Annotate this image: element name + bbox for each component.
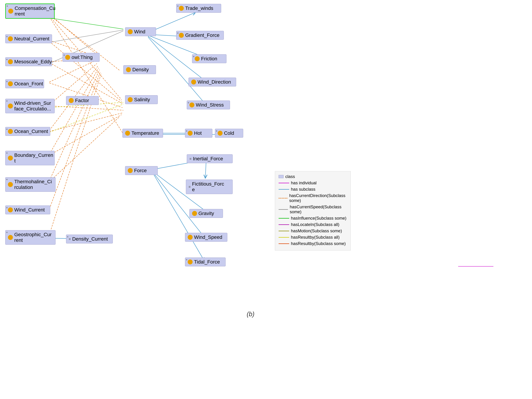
node-wind-current[interactable]: + Wind_Current xyxy=(5,205,50,214)
node-label: Salinity xyxy=(134,97,150,103)
node-ocean-front[interactable]: + Ocean_Front xyxy=(5,79,44,88)
node-dot xyxy=(195,56,200,61)
legend-item-class: class xyxy=(279,174,347,179)
node-friction[interactable]: + Friction xyxy=(192,54,227,63)
node-dot xyxy=(188,235,193,240)
legend-label-resultby-all: hasResultby(Subclass all) xyxy=(291,235,340,240)
node-owl-thing[interactable]: + owl:Thing xyxy=(63,53,100,62)
node-dot xyxy=(128,168,133,173)
svg-line-21 xyxy=(49,60,97,82)
svg-line-16 xyxy=(49,17,123,134)
node-wind-driven[interactable]: + Wind-driven_Surface_Circulatio... xyxy=(5,99,55,113)
node-label: Ocean_Current xyxy=(14,129,48,134)
node-dot xyxy=(218,131,222,136)
plus-icon: + xyxy=(6,35,8,38)
node-neutral-current[interactable]: + Neutral_Current xyxy=(5,34,52,43)
node-label: Compensation_Cu rrent xyxy=(15,6,56,17)
node-label: Fictitious_Force xyxy=(192,181,224,192)
plus-icon: + xyxy=(193,55,195,58)
node-label: Gravity xyxy=(198,211,214,216)
node-boundary-current[interactable]: + Boundary_Current xyxy=(5,151,55,165)
node-dot xyxy=(8,235,13,240)
legend-line-current-direction xyxy=(279,198,287,198)
node-geostrophic[interactable]: + Geostrophic_Current xyxy=(5,230,56,245)
node-label: Hot xyxy=(194,130,202,136)
node-dot xyxy=(179,6,184,11)
node-dot xyxy=(8,36,13,41)
node-dot xyxy=(8,129,13,134)
node-gravity[interactable]: Gravity xyxy=(190,209,223,218)
node-dot xyxy=(8,9,13,13)
legend-item-has-motion: hasMotion(Subclass some) xyxy=(279,229,347,233)
node-compensation-current[interactable]: + Compensation_Cu rrent xyxy=(5,4,55,19)
node-dot xyxy=(179,33,184,38)
node-label: Ocean_Front xyxy=(14,81,43,87)
legend-item-has-resultby-all: hasResultby(Subclass all) xyxy=(279,235,347,240)
node-dot xyxy=(190,103,194,107)
node-label: Geostrophic_Current xyxy=(14,232,52,243)
legend-line-resultby-some xyxy=(279,243,289,244)
node-label: Friction xyxy=(201,56,217,62)
node-dot xyxy=(188,260,193,264)
legend-item-has-current-speed: hasCurrentSpeed(Subclass some) xyxy=(279,204,347,214)
node-trade-winds[interactable]: + Trade_winds xyxy=(176,4,221,13)
node-force[interactable]: Force xyxy=(125,166,158,175)
plus-icon: + xyxy=(188,101,190,105)
node-cold[interactable]: + Cold xyxy=(215,129,243,137)
svg-line-13 xyxy=(49,14,97,55)
node-ocean-current[interactable]: + Ocean_Current xyxy=(5,127,50,136)
node-inertial-force[interactable]: ≡ Inertial_Force xyxy=(187,154,233,163)
node-label: Density xyxy=(132,67,149,72)
node-dot xyxy=(8,104,13,109)
plus-icon: + xyxy=(6,58,8,61)
node-label: Trade_winds xyxy=(185,6,213,11)
node-hot[interactable]: + Hot xyxy=(185,129,212,137)
svg-line-27 xyxy=(49,68,99,154)
node-dot xyxy=(8,207,13,212)
legend-item-has-current-direction: hasCurrentDirection(Subclass some) xyxy=(279,193,347,203)
caption-text: (b) xyxy=(247,310,254,318)
node-label: Wind_Stress xyxy=(196,102,224,108)
eq-icon: ≡ xyxy=(69,237,71,241)
node-dot xyxy=(8,182,13,187)
node-thermohaline[interactable]: + Thermohaline_Circulation xyxy=(5,177,56,192)
node-gradient-force[interactable]: + Gradient_Force xyxy=(176,31,224,40)
node-wind-direction[interactable]: Wind_Direction xyxy=(189,78,236,86)
node-dot xyxy=(8,59,13,64)
svg-line-35 xyxy=(49,30,123,42)
plus-icon: + xyxy=(186,130,188,133)
plus-icon: + xyxy=(6,99,8,103)
node-temperature[interactable]: Temperature xyxy=(122,129,163,137)
node-mesoscale-eddy[interactable]: + Mesoscale_Eddy xyxy=(5,57,52,66)
node-wind[interactable]: Wind xyxy=(125,27,156,36)
node-fictitious-force[interactable]: ≡ Fictitious_Force xyxy=(186,180,233,194)
svg-line-37 xyxy=(48,18,123,29)
legend-item-has-locate-in: hasLocateIn(Subclass all) xyxy=(279,222,347,227)
plus-icon: + xyxy=(186,258,188,262)
node-label: Inertial_Force xyxy=(193,156,223,162)
node-label: Cold xyxy=(224,130,234,136)
node-dot xyxy=(65,55,70,60)
plus-icon: + xyxy=(6,128,8,131)
node-factor[interactable]: Factor xyxy=(66,96,99,105)
node-label: Tidal_Force xyxy=(194,259,220,265)
node-label: Wind-driven_Surface_Circulatio... xyxy=(14,100,51,112)
node-salinity[interactable]: Salinity xyxy=(125,95,158,104)
plus-icon: + xyxy=(216,130,218,133)
legend-line-current-speed xyxy=(279,209,288,210)
legend-label-locate-in: hasLocateIn(Subclass all) xyxy=(291,222,339,227)
node-density-current[interactable]: + ≡ Density_Current xyxy=(66,235,113,243)
legend-label-has-subclass: has subclass xyxy=(291,187,316,192)
node-wind-stress[interactable]: + Wind_Stress xyxy=(187,101,230,109)
node-dot xyxy=(128,29,133,34)
node-label: Temperature xyxy=(132,130,159,136)
eq-icon: ≡ xyxy=(189,185,191,189)
plus-icon: + xyxy=(177,5,179,8)
legend-label-influence: hasInfluence(Subclass some) xyxy=(291,216,346,221)
node-density[interactable]: Density xyxy=(123,65,156,74)
node-tidal-force[interactable]: + Tidal_Force xyxy=(185,258,226,266)
node-dot xyxy=(192,211,197,216)
svg-line-24 xyxy=(49,106,123,110)
node-label: Thermohaline_Circulation xyxy=(14,179,52,190)
node-wind-speed[interactable]: Wind_Speed xyxy=(185,233,227,242)
